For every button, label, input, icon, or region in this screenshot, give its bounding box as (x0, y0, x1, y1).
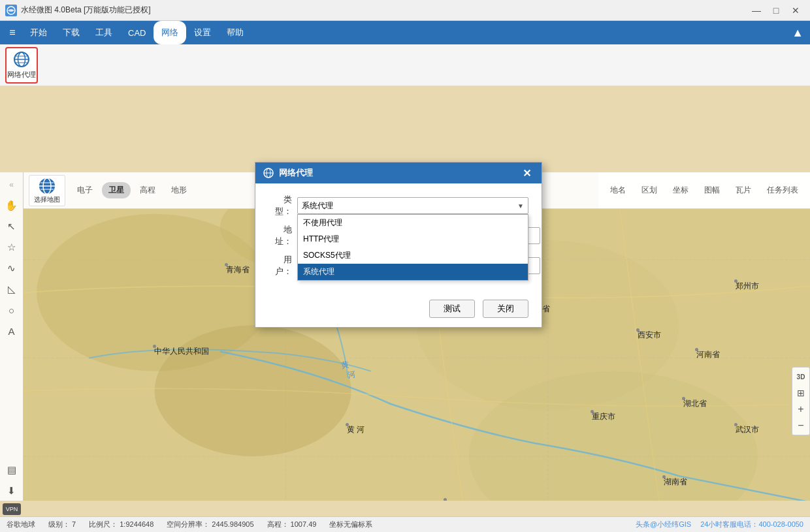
sidebar-draw-tool[interactable]: ∿ (2, 258, 22, 278)
map-dot (225, 263, 228, 266)
map-logo (38, 177, 56, 195)
type-dropdown-menu[interactable]: 不使用代理 HTTP代理 SOCKS5代理 系统代理 (297, 214, 528, 281)
tab-terrain[interactable]: 地形 (165, 182, 193, 198)
status-coord: 坐标无偏标系 (329, 520, 372, 529)
btn-zoom-out[interactable]: − (793, 418, 809, 433)
menu-bar-right: ▲ (788, 26, 807, 40)
proxy-dialog-body: 类型： 系统代理 ▼ 不使用代理 HTTP代理 SOCKS5代理 系统代理 (255, 183, 542, 294)
proxy-dialog: 网络代理 ✕ 类型： 系统代理 ▼ 不使用代理 HTTP代理 SOCKS5代理 … (255, 162, 542, 328)
sidebar-expand-btn[interactable]: « (2, 175, 22, 195)
sidebar-measure-tool[interactable]: ☆ (2, 238, 22, 257)
type-dropdown[interactable]: 系统代理 ▼ 不使用代理 HTTP代理 SOCKS5代理 系统代理 (297, 197, 528, 214)
status-resolution: 空间分辨率： 2445.984905 (167, 520, 253, 529)
dropdown-arrow-icon: ▼ (517, 202, 524, 210)
globe-icon (12, 50, 31, 69)
proxy-title-icon (263, 168, 274, 178)
tab-placename[interactable]: 地名 (604, 182, 632, 198)
map-city-label: 湖北省 (683, 398, 707, 409)
map-city-label: 青海省 (226, 264, 250, 275)
map-city-label: 重庆市 (592, 411, 615, 422)
status-elevation: 高程： 1007.49 (267, 520, 317, 529)
title-bar: 水经微图 4.0Beta [万能版功能已授权] — □ ✕ (0, 0, 810, 21)
app-title: 水经微图 4.0Beta [万能版功能已授权] (21, 5, 151, 16)
tab-coordinate[interactable]: 坐标 (666, 182, 695, 198)
select-map-button[interactable]: 选择地图 (29, 175, 65, 206)
btn-3d-label[interactable]: 3D (793, 369, 809, 384)
tab-satellite[interactable]: 卫星 (102, 182, 131, 198)
map-dot (662, 475, 666, 478)
watermark-brand: 头条@小经纬GIS (636, 520, 691, 529)
maximize-button[interactable]: □ (767, 3, 785, 18)
tab-tile[interactable]: 瓦片 (729, 182, 758, 198)
title-bar-left: 水经微图 4.0Beta [万能版功能已授权] (5, 5, 151, 16)
menu-tools[interactable]: 工具 (88, 21, 120, 44)
map-dot (695, 348, 698, 351)
status-scale: 比例尺： 1:9244648 (89, 520, 154, 529)
menu-start[interactable]: 开始 (22, 21, 55, 44)
app-icon (5, 5, 17, 16)
sidebar-circle-tool[interactable]: ○ (2, 300, 22, 320)
tab-elevation[interactable]: 高程 (133, 182, 162, 198)
map-dot (591, 410, 594, 413)
toolbar: 网络代理 (0, 44, 810, 86)
btn-layers-icon[interactable]: ⊞ (793, 386, 809, 400)
status-bar: 谷歌地球 级别： 7 比例尺： 1:9244648 空间分辨率： 2445.98… (0, 516, 810, 532)
menu-network[interactable]: 网络 (154, 21, 186, 44)
left-sidebar: « ✋ ↖ ☆ ∿ ◺ ○ A ▤ ⬇ (0, 172, 24, 501)
map-dot (153, 345, 156, 348)
proxy-dialog-title-text: 网络代理 (279, 167, 313, 179)
minimize-button[interactable]: — (747, 3, 766, 18)
proxy-dialog-title: 网络代理 ✕ (255, 163, 542, 183)
title-bar-controls: — □ ✕ (747, 3, 805, 18)
menu-download[interactable]: 下载 (55, 21, 88, 44)
map-dot (346, 423, 349, 426)
proxy-dialog-close-button[interactable]: ✕ (520, 167, 534, 180)
collapse-icon[interactable]: ▲ (788, 26, 807, 40)
map-city-label: 武汉市 (736, 424, 759, 435)
type-selected-value: 系统代理 (302, 200, 333, 211)
map-dot (682, 397, 685, 400)
tab-electronic[interactable]: 电子 (71, 182, 99, 198)
map-3d-controls: 3D ⊞ + − (792, 367, 810, 435)
network-proxy-button[interactable]: 网络代理 (5, 47, 38, 84)
option-no-proxy[interactable]: 不使用代理 (298, 215, 528, 231)
test-button[interactable]: 测试 (429, 300, 475, 318)
map-dot (734, 423, 737, 426)
status-source: 谷歌地球 (7, 520, 35, 529)
status-bar-right: 头条@小经纬GIS 24小时客服电话：400-028-0050 (636, 520, 803, 529)
vpn-button[interactable]: VPN (3, 503, 21, 515)
type-dropdown-selected[interactable]: 系统代理 ▼ (297, 197, 528, 214)
menu-cad[interactable]: CAD (120, 21, 154, 44)
tab-mapframe[interactable]: 图幅 (698, 182, 726, 198)
address-label: 地址： (268, 224, 292, 247)
map-dot (444, 498, 447, 501)
tab-tasklist[interactable]: 任务列表 (760, 182, 805, 198)
sidebar-cursor-tool[interactable]: ↖ (2, 217, 22, 236)
sidebar-hand-tool[interactable]: ✋ (2, 196, 22, 215)
map-city-label: 郑州市 (736, 281, 759, 292)
menu-bar: ≡ 开始 下载 工具 CAD 网络 设置 帮助 ▲ (0, 21, 810, 44)
service-phone: 24小时客服电话：400-028-0050 (700, 520, 803, 529)
sidebar-download-btn[interactable]: ⬇ (2, 481, 22, 501)
tab-division[interactable]: 区划 (635, 182, 664, 198)
btn-zoom-in[interactable]: + (793, 402, 809, 416)
close-dialog-button[interactable]: 关闭 (483, 300, 528, 318)
sidebar-layers-btn[interactable]: ▤ (2, 460, 22, 480)
map-city-label: 湖南省 (664, 477, 687, 488)
option-system-proxy[interactable]: 系统代理 (298, 264, 528, 280)
sidebar-text-tool[interactable]: A (2, 321, 22, 341)
sidebar-polygon-tool[interactable]: ◺ (2, 279, 22, 299)
type-row: 类型： 系统代理 ▼ 不使用代理 HTTP代理 SOCKS5代理 系统代理 (268, 194, 528, 217)
option-socks5-proxy[interactable]: SOCKS5代理 (298, 247, 528, 264)
map-city-label: 长 江 (445, 499, 462, 501)
menu-settings[interactable]: 设置 (186, 21, 219, 44)
map-city-label: 中华人民共和国 (154, 346, 209, 357)
network-proxy-label: 网络代理 (7, 70, 36, 80)
option-http-proxy[interactable]: HTTP代理 (298, 231, 528, 247)
proxy-dialog-footer: 测试 关闭 (255, 294, 542, 327)
close-button[interactable]: ✕ (786, 3, 805, 18)
menu-help[interactable]: 帮助 (219, 21, 251, 44)
map-city-label: 河南省 (696, 349, 720, 360)
map-dot (636, 328, 640, 332)
hamburger-menu[interactable]: ≡ (3, 21, 22, 44)
